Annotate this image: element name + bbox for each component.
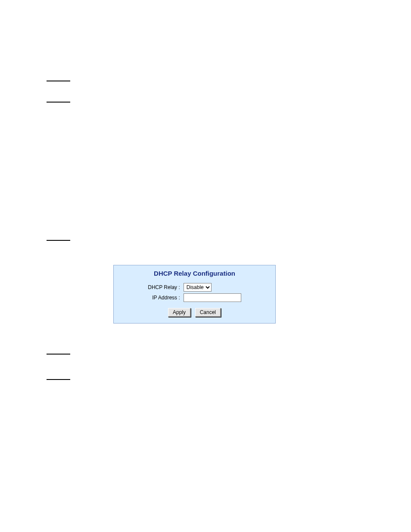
config-form: DHCP Relay : Disable IP Address : bbox=[146, 282, 243, 303]
decorative-underline bbox=[47, 81, 70, 81]
decorative-underline bbox=[47, 240, 70, 241]
dhcp-relay-label: DHCP Relay bbox=[148, 284, 177, 290]
ip-address-label: IP Address bbox=[152, 295, 177, 301]
panel-title: DHCP Relay Configuration bbox=[114, 270, 275, 277]
cancel-button[interactable]: Cancel bbox=[195, 308, 221, 317]
dhcp-relay-config-panel: DHCP Relay Configuration DHCP Relay : Di… bbox=[113, 265, 276, 324]
decorative-underline bbox=[47, 379, 70, 380]
button-row: Apply Cancel bbox=[114, 308, 275, 317]
label-colon: : bbox=[178, 284, 180, 290]
label-colon: : bbox=[178, 295, 180, 301]
decorative-underline bbox=[47, 102, 70, 103]
apply-button[interactable]: Apply bbox=[168, 308, 191, 317]
decorative-underline bbox=[47, 354, 70, 355]
ip-address-input[interactable] bbox=[184, 293, 241, 302]
dhcp-relay-select[interactable]: Disable bbox=[184, 283, 212, 292]
